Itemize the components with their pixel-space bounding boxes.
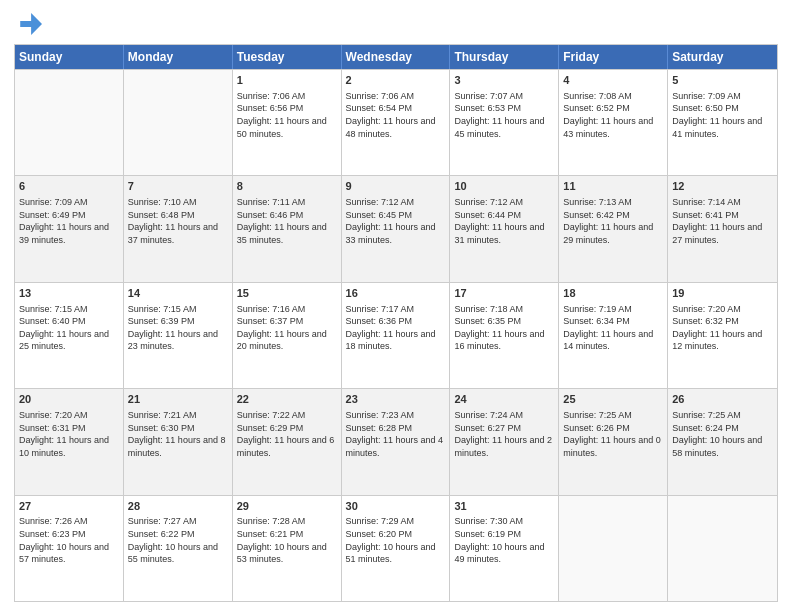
day-number: 1 [237,73,337,88]
day-number: 28 [128,499,228,514]
day-number: 11 [563,179,663,194]
cell-text: Sunrise: 7:24 AMSunset: 6:27 PMDaylight:… [454,409,554,459]
calendar-cell: 8Sunrise: 7:11 AMSunset: 6:46 PMDaylight… [233,176,342,281]
cell-text: Sunrise: 7:08 AMSunset: 6:52 PMDaylight:… [563,90,663,140]
calendar-week: 20Sunrise: 7:20 AMSunset: 6:31 PMDayligh… [15,388,777,494]
calendar: SundayMondayTuesdayWednesdayThursdayFrid… [14,44,778,602]
calendar-header-cell: Saturday [668,45,777,69]
logo [14,10,46,38]
calendar-cell: 15Sunrise: 7:16 AMSunset: 6:37 PMDayligh… [233,283,342,388]
cell-text: Sunrise: 7:21 AMSunset: 6:30 PMDaylight:… [128,409,228,459]
day-number: 4 [563,73,663,88]
day-number: 17 [454,286,554,301]
calendar-cell: 30Sunrise: 7:29 AMSunset: 6:20 PMDayligh… [342,496,451,601]
cell-text: Sunrise: 7:30 AMSunset: 6:19 PMDaylight:… [454,515,554,565]
cell-text: Sunrise: 7:16 AMSunset: 6:37 PMDaylight:… [237,303,337,353]
cell-text: Sunrise: 7:12 AMSunset: 6:45 PMDaylight:… [346,196,446,246]
cell-text: Sunrise: 7:26 AMSunset: 6:23 PMDaylight:… [19,515,119,565]
calendar-cell: 10Sunrise: 7:12 AMSunset: 6:44 PMDayligh… [450,176,559,281]
cell-text: Sunrise: 7:15 AMSunset: 6:39 PMDaylight:… [128,303,228,353]
day-number: 3 [454,73,554,88]
calendar-cell: 4Sunrise: 7:08 AMSunset: 6:52 PMDaylight… [559,70,668,175]
calendar-week: 6Sunrise: 7:09 AMSunset: 6:49 PMDaylight… [15,175,777,281]
calendar-cell: 1Sunrise: 7:06 AMSunset: 6:56 PMDaylight… [233,70,342,175]
calendar-cell: 22Sunrise: 7:22 AMSunset: 6:29 PMDayligh… [233,389,342,494]
day-number: 18 [563,286,663,301]
day-number: 6 [19,179,119,194]
day-number: 5 [672,73,773,88]
cell-text: Sunrise: 7:28 AMSunset: 6:21 PMDaylight:… [237,515,337,565]
day-number: 14 [128,286,228,301]
day-number: 21 [128,392,228,407]
calendar-week: 27Sunrise: 7:26 AMSunset: 6:23 PMDayligh… [15,495,777,601]
cell-text: Sunrise: 7:22 AMSunset: 6:29 PMDaylight:… [237,409,337,459]
cell-text: Sunrise: 7:20 AMSunset: 6:31 PMDaylight:… [19,409,119,459]
cell-text: Sunrise: 7:09 AMSunset: 6:50 PMDaylight:… [672,90,773,140]
calendar-header-cell: Friday [559,45,668,69]
cell-text: Sunrise: 7:27 AMSunset: 6:22 PMDaylight:… [128,515,228,565]
cell-text: Sunrise: 7:09 AMSunset: 6:49 PMDaylight:… [19,196,119,246]
day-number: 22 [237,392,337,407]
calendar-week: 1Sunrise: 7:06 AMSunset: 6:56 PMDaylight… [15,69,777,175]
day-number: 15 [237,286,337,301]
cell-text: Sunrise: 7:10 AMSunset: 6:48 PMDaylight:… [128,196,228,246]
cell-text: Sunrise: 7:25 AMSunset: 6:26 PMDaylight:… [563,409,663,459]
cell-text: Sunrise: 7:14 AMSunset: 6:41 PMDaylight:… [672,196,773,246]
calendar-header-row: SundayMondayTuesdayWednesdayThursdayFrid… [15,45,777,69]
calendar-cell: 26Sunrise: 7:25 AMSunset: 6:24 PMDayligh… [668,389,777,494]
cell-text: Sunrise: 7:18 AMSunset: 6:35 PMDaylight:… [454,303,554,353]
calendar-cell: 3Sunrise: 7:07 AMSunset: 6:53 PMDaylight… [450,70,559,175]
calendar-cell: 31Sunrise: 7:30 AMSunset: 6:19 PMDayligh… [450,496,559,601]
calendar-cell: 5Sunrise: 7:09 AMSunset: 6:50 PMDaylight… [668,70,777,175]
calendar-cell: 2Sunrise: 7:06 AMSunset: 6:54 PMDaylight… [342,70,451,175]
calendar-cell: 6Sunrise: 7:09 AMSunset: 6:49 PMDaylight… [15,176,124,281]
header [14,10,778,38]
cell-text: Sunrise: 7:11 AMSunset: 6:46 PMDaylight:… [237,196,337,246]
day-number: 8 [237,179,337,194]
cell-text: Sunrise: 7:12 AMSunset: 6:44 PMDaylight:… [454,196,554,246]
day-number: 25 [563,392,663,407]
calendar-cell: 19Sunrise: 7:20 AMSunset: 6:32 PMDayligh… [668,283,777,388]
calendar-cell: 29Sunrise: 7:28 AMSunset: 6:21 PMDayligh… [233,496,342,601]
cell-text: Sunrise: 7:06 AMSunset: 6:54 PMDaylight:… [346,90,446,140]
page: SundayMondayTuesdayWednesdayThursdayFrid… [0,0,792,612]
calendar-cell: 13Sunrise: 7:15 AMSunset: 6:40 PMDayligh… [15,283,124,388]
calendar-header-cell: Thursday [450,45,559,69]
calendar-cell: 23Sunrise: 7:23 AMSunset: 6:28 PMDayligh… [342,389,451,494]
calendar-cell [15,70,124,175]
day-number: 16 [346,286,446,301]
cell-text: Sunrise: 7:13 AMSunset: 6:42 PMDaylight:… [563,196,663,246]
day-number: 2 [346,73,446,88]
calendar-cell [668,496,777,601]
calendar-cell: 20Sunrise: 7:20 AMSunset: 6:31 PMDayligh… [15,389,124,494]
day-number: 20 [19,392,119,407]
calendar-cell [124,70,233,175]
calendar-cell: 9Sunrise: 7:12 AMSunset: 6:45 PMDaylight… [342,176,451,281]
calendar-cell: 24Sunrise: 7:24 AMSunset: 6:27 PMDayligh… [450,389,559,494]
calendar-header-cell: Monday [124,45,233,69]
cell-text: Sunrise: 7:19 AMSunset: 6:34 PMDaylight:… [563,303,663,353]
day-number: 31 [454,499,554,514]
cell-text: Sunrise: 7:29 AMSunset: 6:20 PMDaylight:… [346,515,446,565]
calendar-week: 13Sunrise: 7:15 AMSunset: 6:40 PMDayligh… [15,282,777,388]
day-number: 12 [672,179,773,194]
calendar-header-cell: Wednesday [342,45,451,69]
calendar-cell: 18Sunrise: 7:19 AMSunset: 6:34 PMDayligh… [559,283,668,388]
calendar-cell: 11Sunrise: 7:13 AMSunset: 6:42 PMDayligh… [559,176,668,281]
day-number: 19 [672,286,773,301]
calendar-cell: 7Sunrise: 7:10 AMSunset: 6:48 PMDaylight… [124,176,233,281]
calendar-cell: 25Sunrise: 7:25 AMSunset: 6:26 PMDayligh… [559,389,668,494]
day-number: 23 [346,392,446,407]
cell-text: Sunrise: 7:07 AMSunset: 6:53 PMDaylight:… [454,90,554,140]
day-number: 10 [454,179,554,194]
day-number: 27 [19,499,119,514]
day-number: 9 [346,179,446,194]
logo-icon [14,10,42,38]
cell-text: Sunrise: 7:06 AMSunset: 6:56 PMDaylight:… [237,90,337,140]
calendar-cell: 16Sunrise: 7:17 AMSunset: 6:36 PMDayligh… [342,283,451,388]
day-number: 13 [19,286,119,301]
calendar-cell: 21Sunrise: 7:21 AMSunset: 6:30 PMDayligh… [124,389,233,494]
calendar-cell: 17Sunrise: 7:18 AMSunset: 6:35 PMDayligh… [450,283,559,388]
calendar-cell [559,496,668,601]
day-number: 26 [672,392,773,407]
